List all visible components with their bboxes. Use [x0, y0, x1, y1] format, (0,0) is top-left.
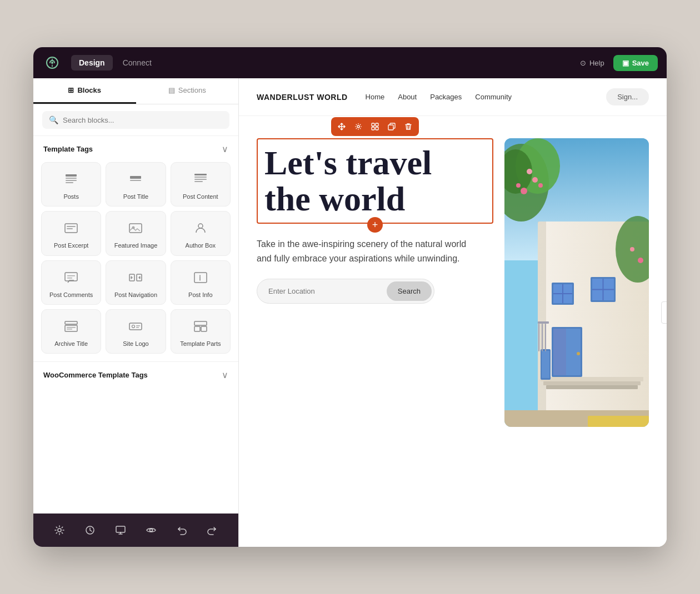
main-area: ⊞ Blocks ▤ Sections 🔍 Template Tags ∨	[33, 78, 667, 547]
undo-icon[interactable]	[173, 521, 191, 539]
block-posts[interactable]: Posts	[41, 162, 101, 207]
search-input-wrap: 🔍	[42, 111, 229, 129]
block-post-comments[interactable]: Post Comments	[41, 260, 101, 305]
post-content-icon	[192, 170, 209, 188]
post-comments-icon	[62, 269, 80, 286]
svg-rect-77	[545, 324, 546, 351]
block-post-title[interactable]: Post Title	[106, 162, 166, 207]
svg-rect-41	[372, 127, 374, 130]
nav-packages[interactable]: Packages	[430, 93, 462, 101]
signin-button[interactable]: Sign...	[606, 88, 649, 105]
blocks-icon: ⊞	[68, 86, 74, 94]
toolbar-duplicate-btn[interactable]	[383, 118, 400, 135]
block-site-logo[interactable]: Site Logo	[106, 309, 166, 354]
top-bar: Design Connect ⊙ Help ▣ Save	[33, 47, 667, 78]
toolbar-move-btn[interactable]	[333, 118, 350, 135]
search-input[interactable]	[63, 116, 223, 124]
collapse-sidebar-arrow[interactable]: ‹	[661, 301, 667, 324]
block-author-box-label: Author Box	[186, 241, 216, 249]
post-info-icon	[192, 269, 209, 286]
svg-rect-7	[194, 174, 207, 175]
hero-subtitle: Take in the awe-inspiring scenery of the…	[257, 237, 468, 265]
tab-blocks[interactable]: ⊞ Blocks	[33, 78, 136, 104]
svg-rect-42	[376, 127, 378, 130]
help-button[interactable]: ⊙ Help	[580, 59, 604, 67]
block-post-title-label: Post Title	[123, 193, 148, 200]
svg-rect-14	[129, 224, 142, 233]
location-input[interactable]	[257, 279, 384, 303]
help-icon: ⊙	[580, 59, 586, 67]
svg-point-34	[58, 528, 61, 532]
block-post-comments-label: Post Comments	[49, 291, 93, 299]
toolbar-delete-btn[interactable]	[400, 118, 417, 135]
svg-rect-9	[194, 179, 207, 180]
block-post-content[interactable]: Post Content	[171, 162, 231, 207]
block-post-info[interactable]: Post Info	[171, 260, 231, 305]
block-archive-title[interactable]: Archive Title	[41, 309, 101, 354]
svg-point-16	[198, 224, 203, 228]
woo-toggle[interactable]: ∨	[222, 370, 228, 380]
block-archive-title-label: Archive Title	[54, 340, 88, 348]
site-logo: WANDERLUST WORLD	[257, 93, 348, 102]
svg-rect-39	[372, 123, 374, 126]
template-tags-title: Template Tags	[43, 145, 93, 153]
visibility-icon[interactable]	[142, 521, 160, 539]
settings-icon[interactable]	[51, 521, 68, 539]
svg-rect-26	[67, 329, 72, 330]
block-posts-label: Posts	[63, 193, 79, 200]
nav-design[interactable]: Design	[71, 55, 113, 71]
woo-title: WooCommerce Template Tags	[43, 371, 148, 379]
history-icon[interactable]	[81, 521, 99, 539]
redo-icon[interactable]	[203, 521, 221, 539]
hero-title-block[interactable]: Let's travel the world +	[257, 138, 493, 224]
svg-rect-82	[588, 416, 649, 427]
toolbar-settings-btn[interactable]	[350, 118, 367, 135]
tab-sections[interactable]: ▤ Sections	[136, 78, 239, 104]
nav-connect[interactable]: Connect	[115, 55, 159, 71]
add-block-btn[interactable]: +	[367, 217, 383, 233]
block-template-parts-label: Template Parts	[180, 340, 221, 348]
sidebar: ⊞ Blocks ▤ Sections 🔍 Template Tags ∨	[33, 78, 239, 547]
desktop-icon[interactable]	[112, 521, 129, 539]
svg-point-38	[357, 125, 359, 128]
svg-point-54	[538, 183, 543, 188]
svg-rect-13	[67, 228, 73, 229]
hero-image	[504, 138, 649, 427]
hero-section: Let's travel the world + Take in the awe…	[239, 116, 667, 427]
svg-rect-17	[65, 273, 77, 281]
block-featured-image-label: Featured Image	[114, 241, 158, 249]
svg-rect-2	[66, 178, 77, 179]
hero-search-bar: Search	[257, 279, 434, 304]
svg-rect-75	[538, 324, 539, 351]
block-post-navigation-label: Post Navigation	[114, 291, 157, 299]
save-icon: ▣	[622, 59, 629, 67]
svg-rect-24	[65, 325, 77, 331]
svg-rect-70	[543, 381, 641, 385]
svg-rect-31	[194, 321, 207, 325]
search-btn[interactable]: Search	[387, 281, 432, 301]
toolbar-layout-btn[interactable]	[367, 118, 383, 135]
block-post-navigation[interactable]: Post Navigation	[106, 260, 166, 305]
sidebar-tabs: ⊞ Blocks ▤ Sections	[33, 78, 238, 104]
canvas: ‹ WANDERLUST WORLD Home About Packages C…	[239, 78, 667, 547]
svg-rect-69	[541, 377, 643, 381]
app-window: Design Connect ⊙ Help ▣ Save ⊞ Blocks ▤	[33, 47, 667, 547]
block-post-excerpt[interactable]: Post Excerpt	[41, 211, 101, 255]
svg-point-52	[516, 183, 521, 188]
template-tags-toggle[interactable]: ∨	[222, 144, 228, 154]
svg-rect-76	[542, 324, 543, 351]
archive-title-icon	[62, 318, 80, 335]
nav-about[interactable]: About	[398, 93, 417, 101]
svg-rect-10	[194, 181, 203, 182]
save-button[interactable]: ▣ Save	[613, 55, 658, 71]
block-template-parts[interactable]: Template Parts	[171, 309, 231, 354]
svg-rect-23	[65, 321, 77, 324]
author-box-icon	[192, 219, 209, 237]
svg-rect-29	[136, 325, 140, 326]
block-featured-image[interactable]: Featured Image	[106, 211, 166, 255]
block-author-box[interactable]: Author Box	[171, 211, 231, 255]
block-post-excerpt-label: Post Excerpt	[54, 241, 88, 249]
posts-icon	[62, 170, 80, 188]
nav-community[interactable]: Community	[475, 93, 512, 101]
nav-home[interactable]: Home	[366, 93, 385, 101]
